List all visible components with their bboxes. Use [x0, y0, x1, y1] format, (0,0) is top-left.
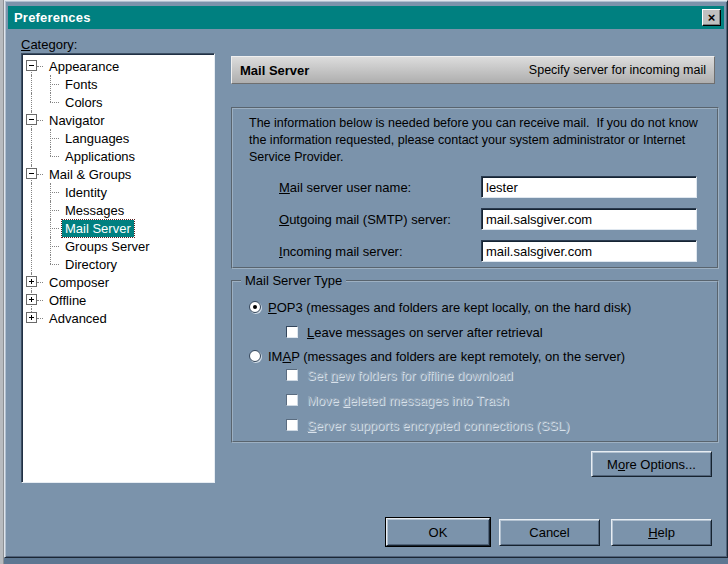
pop3-option-row: POP3 (messages and folders are kept loca…	[249, 299, 631, 315]
ssl-checkbox	[286, 419, 298, 431]
move-deleted-row: Move deleted messages into Trash	[286, 392, 509, 408]
user-name-input[interactable]	[481, 176, 697, 198]
tree-item-directory[interactable]: Directory	[24, 255, 214, 273]
tree-item-identity[interactable]: Identity	[24, 183, 214, 201]
incoming-server-label: Incoming mail server:	[279, 244, 403, 259]
category-tree[interactable]: AppearanceFontsColorsNavigatorLanguagesA…	[21, 53, 215, 483]
tree-item-messages[interactable]: Messages	[24, 201, 214, 219]
tree-item-composer[interactable]: Composer	[24, 273, 214, 291]
tree-item-label: Fonts	[62, 76, 101, 93]
tree-item-label: Mail & Groups	[46, 166, 134, 183]
leave-messages-checkbox[interactable]	[286, 326, 298, 338]
offline-download-checkbox	[286, 369, 298, 381]
tree-item-label: Composer	[46, 274, 112, 291]
tree-item-label: Languages	[62, 130, 132, 147]
tree-item-label: Groups Server	[62, 238, 153, 255]
mail-server-type-group: Mail Server Type POP3 (messages and fold…	[231, 280, 719, 443]
page-header: Mail Server Specify server for incoming …	[231, 56, 715, 84]
tree-item-label: Advanced	[46, 310, 110, 327]
move-deleted-checkbox	[286, 394, 298, 406]
group-label: Mail Server Type	[241, 273, 346, 288]
tree-item-languages[interactable]: Languages	[24, 129, 214, 147]
preferences-dialog: Preferences × Category: AppearanceFontsC…	[4, 0, 728, 558]
tree-item-fonts[interactable]: Fonts	[24, 75, 214, 93]
window-title: Preferences	[14, 10, 91, 25]
tree-item-groups-server[interactable]: Groups Server	[24, 237, 214, 255]
tree-item-mail-server[interactable]: Mail Server	[24, 219, 214, 237]
smtp-server-label: Outgoing mail (SMTP) server:	[279, 212, 451, 227]
imap-radio[interactable]	[249, 350, 261, 362]
tree-item-applications[interactable]: Applications	[24, 147, 214, 165]
offline-download-row: Set new folders for offline download	[286, 367, 513, 383]
cancel-button[interactable]: Cancel	[499, 519, 600, 546]
offline-download-label: Set new folders for offline download	[307, 368, 513, 383]
tree-item-label: Mail Server	[62, 220, 134, 237]
move-deleted-label: Move deleted messages into Trash	[307, 393, 509, 408]
smtp-server-input[interactable]	[481, 208, 697, 230]
tree-item-label: Applications	[62, 148, 138, 165]
tree-item-label: Messages	[62, 202, 127, 219]
tree-item-advanced[interactable]: Advanced	[24, 309, 214, 327]
tree-item-offline[interactable]: Offline	[24, 291, 214, 309]
info-text: The information below is needed before y…	[249, 115, 711, 166]
help-button[interactable]: Help	[611, 519, 712, 546]
expand-icon[interactable]	[26, 276, 37, 287]
close-button[interactable]: ×	[702, 9, 721, 26]
more-options-button[interactable]: More Options...	[591, 451, 712, 477]
ok-button[interactable]: OK	[386, 518, 490, 546]
tree-item-appearance[interactable]: Appearance	[24, 57, 214, 75]
collapse-icon[interactable]	[26, 114, 37, 125]
tree-item-label: Directory	[62, 256, 120, 273]
expand-icon[interactable]	[26, 312, 37, 323]
tree-item-label: Navigator	[46, 112, 108, 129]
ssl-label: Server supports encrypted connections (S…	[307, 418, 569, 433]
category-label: Category:	[21, 37, 77, 52]
tree-item-label: Identity	[62, 184, 110, 201]
pop3-label: POP3 (messages and folders are kept loca…	[268, 300, 631, 315]
title-bar: Preferences ×	[8, 6, 724, 29]
expand-icon[interactable]	[26, 294, 37, 305]
leave-messages-label: Leave messages on server after retrieval	[307, 325, 543, 340]
tree-item-colors[interactable]: Colors	[24, 93, 214, 111]
close-icon: ×	[708, 11, 716, 24]
incoming-server-input[interactable]	[481, 240, 697, 262]
page-subtitle: Specify server for incoming mail	[529, 63, 706, 77]
user-name-label: Mail server user name:	[279, 180, 411, 195]
tree-item-label: Colors	[62, 94, 106, 111]
collapse-icon[interactable]	[26, 60, 37, 71]
collapse-icon[interactable]	[26, 168, 37, 179]
tree-item-navigator[interactable]: Navigator	[24, 111, 214, 129]
page-title: Mail Server	[240, 63, 309, 78]
tree-item-mail-groups[interactable]: Mail & Groups	[24, 165, 214, 183]
imap-option-row: IMAP (messages and folders are kept remo…	[249, 348, 625, 364]
pop3-radio[interactable]	[249, 301, 261, 313]
imap-label: IMAP (messages and folders are kept remo…	[268, 349, 625, 364]
leave-messages-row: Leave messages on server after retrieval	[286, 324, 543, 340]
tree-item-label: Offline	[46, 292, 89, 309]
ssl-row: Server supports encrypted connections (S…	[286, 417, 569, 433]
tree-item-label: Appearance	[46, 58, 122, 75]
